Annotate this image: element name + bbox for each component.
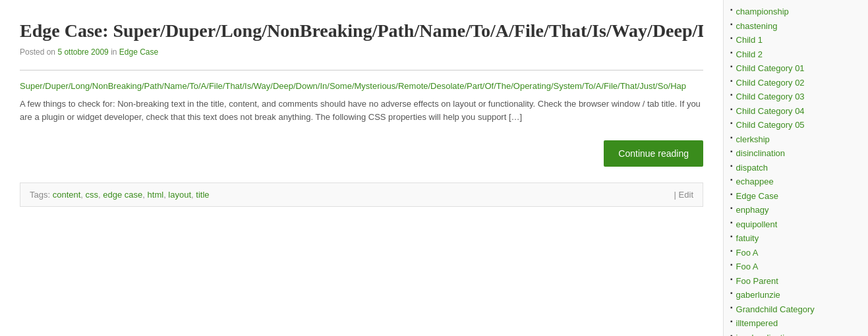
in-label: in (111, 47, 117, 57)
tags-section: Tags: content, css, edge case, html, lay… (30, 190, 210, 200)
tag-content[interactable]: content (53, 190, 81, 200)
sidebar-list-item: enphagy (730, 204, 868, 217)
sidebar-list-item: championship (730, 5, 868, 18)
sidebar-item-link-10[interactable]: disinclination (736, 147, 785, 160)
sidebar-list-item: Child Category 02 (730, 76, 868, 90)
sidebar-list-item: equipollent (730, 218, 868, 231)
sidebar-list-item: dispatch (730, 161, 868, 175)
sidebar-list-item: Child Category 01 (730, 62, 868, 75)
sidebar-list-item: Child 1 (730, 34, 868, 47)
post-title: Edge Case: Super/Duper/Long/NonBreaking/… (20, 20, 703, 42)
sidebar-item-link-21[interactable]: Grandchild Category (736, 303, 815, 316)
sidebar-item-link-4[interactable]: Child Category 01 (736, 62, 805, 75)
tag-title[interactable]: title (196, 190, 209, 200)
sidebar-item-link-9[interactable]: clerkship (736, 133, 770, 146)
sidebar-item-link-3[interactable]: Child 2 (736, 48, 763, 61)
post-meta: Posted on 5 ottobre 2009 in Edge Case (20, 47, 703, 57)
sidebar-item-link-18[interactable]: Foo A (736, 260, 759, 273)
sidebar-list-item: Foo A (730, 246, 868, 260)
sidebar-list-item: clerkship (730, 133, 868, 146)
sidebar-item-link-11[interactable]: dispatch (736, 161, 768, 175)
sidebar-list-item: chastening (730, 20, 868, 33)
sidebar-list-item: Edge Case (730, 190, 868, 203)
sidebar-item-link-1[interactable]: chastening (736, 20, 778, 33)
sidebar-item-link-19[interactable]: Foo Parent (736, 275, 778, 288)
sidebar-list-item: Child Category 04 (730, 105, 868, 118)
sidebar-list-item: Foo A (730, 260, 868, 273)
sidebar-item-link-22[interactable]: illtempered (736, 317, 778, 330)
sidebar-list-item: Foo Parent (730, 275, 868, 288)
tag-html[interactable]: html (148, 190, 164, 200)
post-excerpt: A few things to check for: Non-breaking … (20, 98, 703, 125)
sidebar-item-link-2[interactable]: Child 1 (736, 34, 763, 47)
sidebar-item-link-0[interactable]: championship (736, 5, 789, 18)
sidebar-item-link-8[interactable]: Child Category 05 (736, 119, 805, 132)
posted-on-label: Posted on (20, 47, 55, 57)
sidebar-list-item: insubordination (730, 331, 868, 337)
main-content: Edge Case: Super/Duper/Long/NonBreaking/… (0, 0, 723, 336)
sidebar-item-link-20[interactable]: gaberlunzie (736, 289, 780, 302)
tag-edge-case[interactable]: edge case (103, 190, 142, 200)
sidebar-item-link-6[interactable]: Child Category 03 (736, 90, 805, 103)
sidebar-list-item: gaberlunzie (730, 289, 868, 302)
tag-layout[interactable]: layout (168, 190, 191, 200)
sidebar: championshipchasteningChild 1Child 2Chil… (723, 0, 868, 336)
sidebar-item-link-7[interactable]: Child Category 04 (736, 105, 805, 118)
continue-reading-button[interactable]: Continue reading (604, 140, 703, 167)
post-url: Super/Duper/Long/NonBreaking/Path/Name/T… (20, 81, 703, 91)
sidebar-item-link-17[interactable]: Foo A (736, 246, 759, 260)
tags-label: Tags: (30, 190, 50, 200)
sidebar-item-link-16[interactable]: fatuity (736, 232, 759, 245)
sidebar-item-link-14[interactable]: enphagy (736, 204, 769, 217)
tag-css[interactable]: css (86, 190, 99, 200)
sidebar-list-item: Child 2 (730, 48, 868, 61)
sidebar-item-link-23[interactable]: insubordination (736, 331, 794, 337)
post-date-link[interactable]: 5 ottobre 2009 (57, 47, 108, 57)
sidebar-list: championshipchasteningChild 1Child 2Chil… (730, 5, 868, 336)
sidebar-item-link-12[interactable]: echappee (736, 175, 774, 188)
post-category-link[interactable]: Edge Case (119, 47, 158, 57)
sidebar-item-link-15[interactable]: equipollent (736, 218, 778, 231)
sidebar-list-item: Child Category 03 (730, 90, 868, 103)
sidebar-list-item: disinclination (730, 147, 868, 160)
sidebar-list-item: fatuity (730, 232, 868, 245)
continue-reading-wrap: Continue reading (20, 140, 703, 167)
sidebar-list-item: echappee (730, 175, 868, 188)
post-divider (20, 70, 703, 70)
sidebar-list-item: Grandchild Category (730, 303, 868, 316)
sidebar-item-link-5[interactable]: Child Category 02 (736, 76, 805, 90)
sidebar-item-link-13[interactable]: Edge Case (736, 190, 778, 203)
edit-link[interactable]: | Edit (674, 190, 693, 200)
tags-bar: Tags: content, css, edge case, html, lay… (20, 182, 703, 207)
sidebar-list-item: illtempered (730, 317, 868, 330)
sidebar-list-item: Child Category 05 (730, 119, 868, 132)
